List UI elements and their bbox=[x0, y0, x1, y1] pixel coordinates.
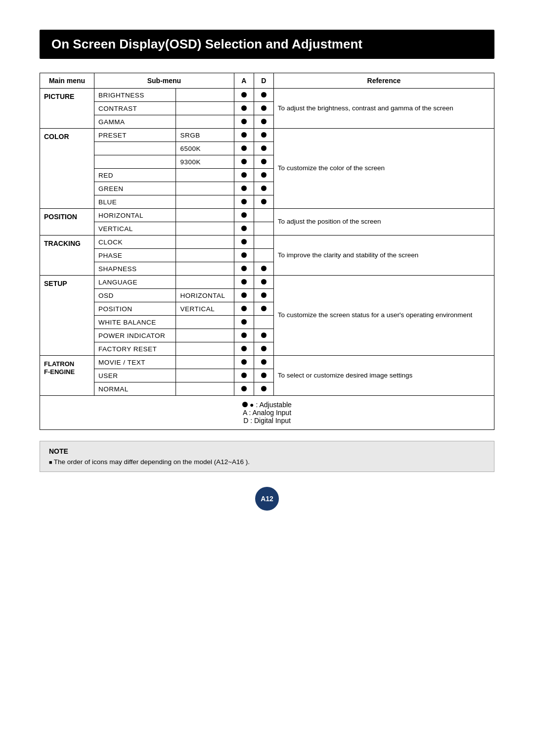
col-a-cell bbox=[234, 276, 254, 289]
col-d-cell bbox=[254, 329, 273, 342]
col-a-cell bbox=[234, 302, 254, 316]
sub-menu-col1: SHAPNESS bbox=[94, 262, 176, 276]
sub-menu-col1: LANGUAGE bbox=[94, 276, 176, 289]
sub-menu-col1: BLUE bbox=[94, 195, 176, 209]
sub-menu-col1: GREEN bbox=[94, 182, 176, 195]
col-d-cell bbox=[254, 249, 273, 262]
col-d-cell bbox=[254, 342, 273, 356]
sub-menu-col2 bbox=[176, 209, 234, 222]
reference-cell: To customize the screen status for a use… bbox=[273, 276, 494, 356]
header-a: A bbox=[234, 73, 254, 89]
sub-menu-col1: POSITION bbox=[94, 302, 176, 316]
note-box: NOTE The order of icons may differ depen… bbox=[40, 441, 494, 472]
reference-cell: To customize the color of the screen bbox=[273, 129, 494, 209]
col-a-cell bbox=[234, 329, 254, 342]
col-d-cell bbox=[254, 222, 273, 236]
legend-d: D : Digital Input bbox=[45, 417, 489, 425]
col-a-cell bbox=[234, 195, 254, 209]
col-d-cell bbox=[254, 369, 273, 382]
col-d-cell bbox=[254, 262, 273, 276]
sub-menu-col1: PHASE bbox=[94, 249, 176, 262]
sub-menu-col2 bbox=[176, 369, 234, 382]
page-title: On Screen Display(OSD) Selection and Adj… bbox=[40, 30, 494, 59]
col-a-cell bbox=[234, 102, 254, 115]
main-menu-cell: TRACKING bbox=[40, 236, 94, 276]
col-a-cell bbox=[234, 316, 254, 329]
main-menu-cell: COLOR bbox=[40, 129, 94, 209]
sub-menu-col2: sRGB bbox=[176, 129, 234, 142]
col-d-cell bbox=[254, 155, 273, 169]
col-d-cell bbox=[254, 195, 273, 209]
col-d-cell bbox=[254, 236, 273, 249]
reference-cell: To adjust the brightness, contrast and g… bbox=[273, 89, 494, 129]
col-d-cell bbox=[254, 276, 273, 289]
sub-menu-col2 bbox=[176, 89, 234, 102]
col-d-cell bbox=[254, 89, 273, 102]
col-d-cell bbox=[254, 356, 273, 369]
col-d-cell bbox=[254, 289, 273, 302]
legend-a: A : Analog Input bbox=[45, 409, 489, 417]
sub-menu-col1: CONTRAST bbox=[94, 102, 176, 115]
col-d-cell bbox=[254, 316, 273, 329]
sub-menu-col2 bbox=[176, 222, 234, 236]
sub-menu-col2 bbox=[176, 262, 234, 276]
page-badge: A12 bbox=[40, 487, 494, 511]
sub-menu-col1: BRIGHTNESS bbox=[94, 89, 176, 102]
sub-menu-col1: HORIZONTAL bbox=[94, 209, 176, 222]
sub-menu-col1: PRESET bbox=[94, 129, 176, 142]
sub-menu-col2 bbox=[176, 169, 234, 182]
osd-table: Main menu Sub-menu A D Reference PICTURE… bbox=[40, 73, 494, 430]
col-d-cell bbox=[254, 102, 273, 115]
sub-menu-col2: 6500K bbox=[176, 142, 234, 155]
col-a-cell bbox=[234, 115, 254, 129]
sub-menu-col2 bbox=[176, 342, 234, 356]
legend-dot-text: ● : Adjustable bbox=[250, 401, 292, 409]
col-d-cell bbox=[254, 115, 273, 129]
sub-menu-col2: VERTICAL bbox=[176, 302, 234, 316]
sub-menu-col1: MOVIE / TEXT bbox=[94, 356, 176, 369]
sub-menu-col1: CLOCK bbox=[94, 236, 176, 249]
sub-menu-col2 bbox=[176, 382, 234, 396]
sub-menu-col2 bbox=[176, 236, 234, 249]
col-a-cell bbox=[234, 369, 254, 382]
sub-menu-col2 bbox=[176, 195, 234, 209]
main-menu-cell: POSITION bbox=[40, 209, 94, 236]
sub-menu-col1 bbox=[94, 142, 176, 155]
col-a-cell bbox=[234, 262, 254, 276]
sub-menu-col2 bbox=[176, 316, 234, 329]
reference-cell: To adjust the position of the screen bbox=[273, 209, 494, 236]
col-a-cell bbox=[234, 342, 254, 356]
col-a-cell bbox=[234, 182, 254, 195]
main-menu-cell: FLATRONF-ENGINE bbox=[40, 356, 94, 396]
sub-menu-col1: RED bbox=[94, 169, 176, 182]
sub-menu-col1: POWER INDICATOR bbox=[94, 329, 176, 342]
col-d-cell bbox=[254, 169, 273, 182]
col-a-cell bbox=[234, 89, 254, 102]
sub-menu-col2 bbox=[176, 276, 234, 289]
sub-menu-col2 bbox=[176, 356, 234, 369]
col-d-cell bbox=[254, 142, 273, 155]
main-menu-cell: PICTURE bbox=[40, 89, 94, 129]
col-d-cell bbox=[254, 382, 273, 396]
col-d-cell bbox=[254, 302, 273, 316]
col-a-cell bbox=[234, 222, 254, 236]
col-a-cell bbox=[234, 236, 254, 249]
sub-menu-col2 bbox=[176, 249, 234, 262]
header-reference: Reference bbox=[273, 73, 494, 89]
sub-menu-col2 bbox=[176, 115, 234, 129]
header-d: D bbox=[254, 73, 273, 89]
reference-cell: To improve the clarity and stability of … bbox=[273, 236, 494, 276]
col-a-cell bbox=[234, 129, 254, 142]
col-a-cell bbox=[234, 249, 254, 262]
sub-menu-col2 bbox=[176, 329, 234, 342]
header-sub-menu: Sub-menu bbox=[94, 73, 234, 89]
sub-menu-col2 bbox=[176, 102, 234, 115]
sub-menu-col2: HORIZONTAL bbox=[176, 289, 234, 302]
col-d-cell bbox=[254, 129, 273, 142]
main-menu-cell: SETUP bbox=[40, 276, 94, 356]
sub-menu-col1: WHITE BALANCE bbox=[94, 316, 176, 329]
page-number: A12 bbox=[255, 487, 279, 511]
sub-menu-col2: 9300K bbox=[176, 155, 234, 169]
col-a-cell bbox=[234, 209, 254, 222]
col-a-cell bbox=[234, 382, 254, 396]
